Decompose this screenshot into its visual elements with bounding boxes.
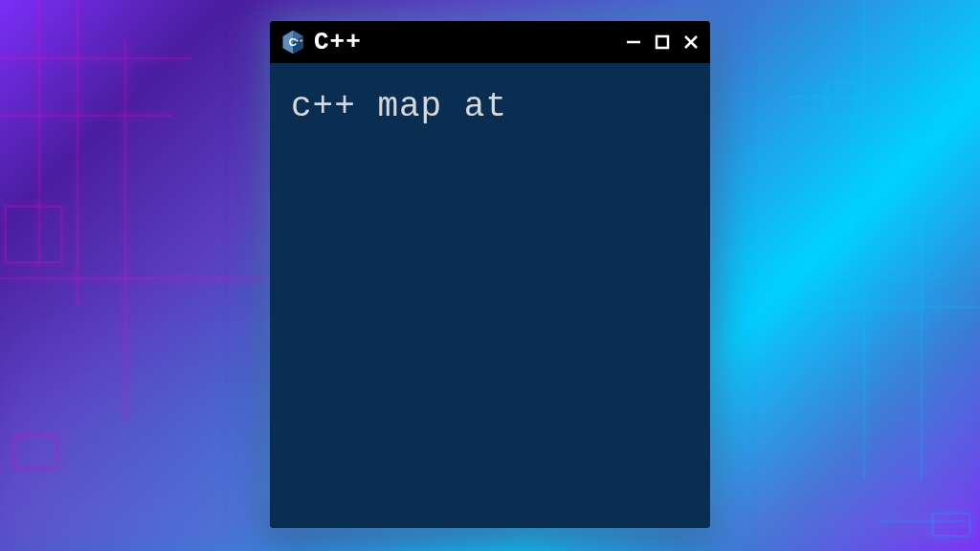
close-button[interactable] [679,31,702,54]
svg-rect-7 [657,36,668,48]
svg-text:+: + [296,36,300,43]
window-title: C++ [314,28,614,56]
window-controls [622,31,702,54]
terminal-body[interactable]: c++ map at [270,63,710,528]
window-titlebar[interactable]: C + + C++ [270,21,710,63]
cpp-logo-icon: C + + [279,29,306,55]
terminal-window: C + + C++ c++ map at [270,21,710,528]
maximize-button[interactable] [651,31,674,54]
terminal-content: c++ map at [291,86,689,127]
svg-text:+: + [300,36,303,43]
minimize-button[interactable] [622,31,645,54]
